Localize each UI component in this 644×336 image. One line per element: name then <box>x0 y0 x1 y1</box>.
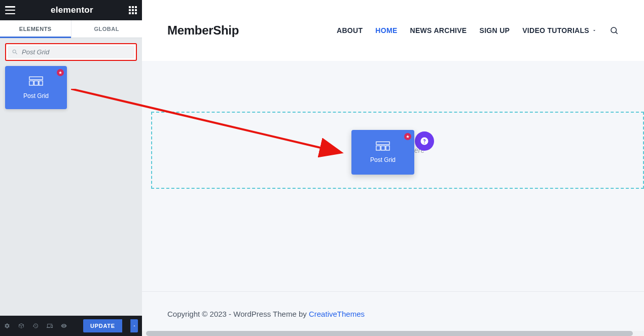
svg-line-5 <box>616 32 617 33</box>
svg-rect-2 <box>34 81 39 85</box>
sidebar-tabs: ELEMENTS GLOBAL <box>0 20 142 38</box>
elementor-sidebar: elementor ELEMENTS GLOBAL <box>0 0 142 336</box>
svg-rect-7 <box>376 142 389 144</box>
footer-theme-link[interactable]: CreativeThemes <box>309 310 365 318</box>
site-logo: MemberShip <box>167 23 239 38</box>
svg-point-4 <box>611 27 617 33</box>
svg-rect-9 <box>381 146 385 150</box>
search-wrapper <box>0 38 142 66</box>
nav-videos[interactable]: VIDEO TUTORIALS <box>522 26 597 35</box>
svg-rect-10 <box>386 146 389 150</box>
svg-rect-1 <box>29 81 33 85</box>
post-grid-icon <box>29 76 43 87</box>
widget-label: Post Grid <box>23 92 49 99</box>
dragging-widget[interactable]: Post Grid <box>351 130 414 175</box>
navigator-icon[interactable] <box>18 322 24 330</box>
nav-news[interactable]: NEWS ARCHIVE <box>410 26 467 35</box>
widget-post-grid[interactable]: Post Grid <box>5 66 67 109</box>
menu-icon[interactable] <box>5 6 15 14</box>
search-icon <box>12 49 18 55</box>
settings-icon[interactable] <box>4 322 10 330</box>
site-footer: Copyright © 2023 - WordPress Theme by Cr… <box>142 291 644 336</box>
chevron-down-icon <box>592 28 597 33</box>
preview-icon[interactable] <box>61 322 67 330</box>
sidebar-footer: UPDATE <box>0 316 142 336</box>
svg-rect-8 <box>376 146 380 150</box>
nav-videos-label: VIDEO TUTORIALS <box>522 26 589 35</box>
nav-about[interactable]: ABOUT <box>337 26 363 35</box>
post-grid-icon <box>376 141 390 152</box>
canvas-area: MemberShip ABOUT HOME NEWS ARCHIVE SIGN … <box>142 0 644 336</box>
svg-rect-0 <box>29 77 43 79</box>
drop-zone[interactable]: Drag widget here <box>151 112 644 189</box>
search-box <box>5 43 137 61</box>
site-nav: ABOUT HOME NEWS ARCHIVE SIGN UP VIDEO TU… <box>337 26 619 35</box>
widgets-panel: Post Grid <box>0 66 142 109</box>
footer-copyright: Copyright © 2023 - WordPress Theme by <box>167 310 309 318</box>
nav-search-icon[interactable] <box>610 26 619 35</box>
pro-badge-icon <box>404 133 411 140</box>
update-options-button[interactable] <box>130 319 138 332</box>
nav-signup[interactable]: SIGN UP <box>480 26 510 35</box>
horizontal-scrollbar[interactable] <box>142 331 644 336</box>
sidebar-header: elementor <box>0 0 142 20</box>
canvas: Drag widget here <box>142 61 644 291</box>
tab-elements[interactable]: ELEMENTS <box>0 20 71 38</box>
tab-global[interactable]: GLOBAL <box>71 20 142 38</box>
responsive-icon[interactable] <box>47 322 53 330</box>
svg-rect-3 <box>39 81 43 85</box>
help-button[interactable] <box>415 131 434 151</box>
site-header: MemberShip ABOUT HOME NEWS ARCHIVE SIGN … <box>142 0 644 61</box>
history-icon[interactable] <box>32 322 39 330</box>
widget-search-input[interactable] <box>22 48 130 56</box>
pro-badge-icon <box>57 69 64 76</box>
dragging-widget-label: Post Grid <box>370 156 396 163</box>
footer-text: Copyright © 2023 - WordPress Theme by Cr… <box>167 310 365 318</box>
nav-home[interactable]: HOME <box>375 26 397 35</box>
apps-grid-icon[interactable] <box>129 6 137 14</box>
update-button[interactable]: UPDATE <box>83 319 122 332</box>
elementor-logo: elementor <box>51 5 93 15</box>
